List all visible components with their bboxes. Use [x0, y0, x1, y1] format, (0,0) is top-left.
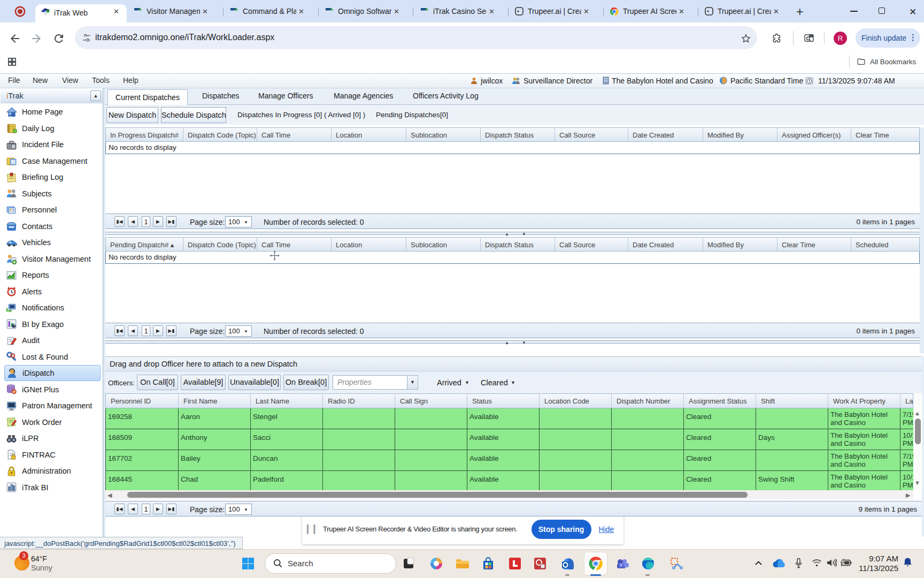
svg-text:T: T: [620, 564, 622, 567]
